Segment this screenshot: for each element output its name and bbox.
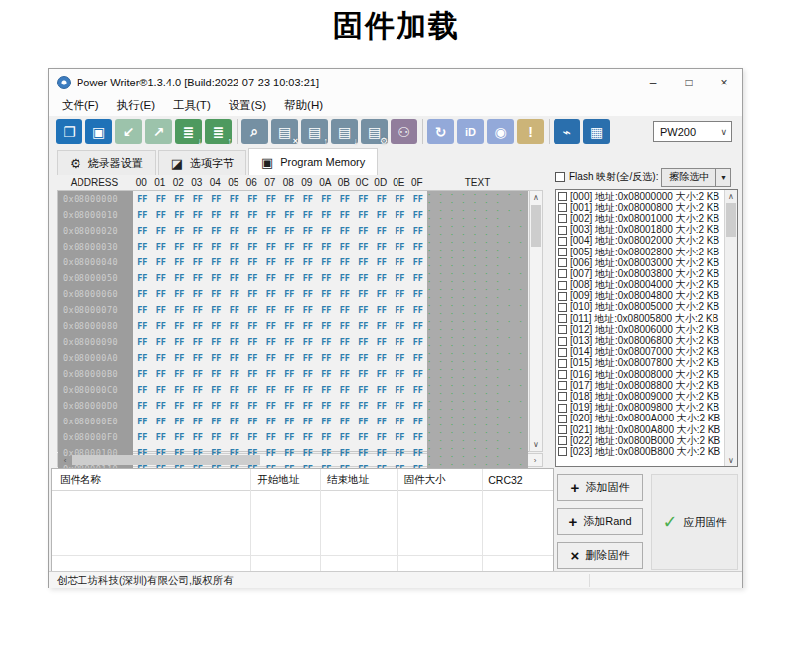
read-chip-button[interactable]: ▤↓ [331, 119, 358, 144]
hex-byte-cell[interactable]: FF [170, 273, 189, 283]
hex-byte-cell[interactable]: FF [391, 242, 409, 252]
hex-byte-cell[interactable]: FF [354, 369, 373, 379]
flash-sector-checkbox[interactable] [558, 337, 567, 346]
scroll-up-icon[interactable]: ∧ [530, 191, 542, 204]
hex-byte-cell[interactable]: FF [226, 305, 244, 315]
hex-byte-cell[interactable]: FF [189, 257, 208, 267]
scroll-right-icon[interactable]: › [528, 454, 542, 466]
tab-programmer-settings[interactable]: ⚙烧录器设置 [57, 150, 156, 175]
hex-byte-cell[interactable]: FF [189, 321, 208, 331]
hex-byte-cell[interactable]: FF [373, 242, 392, 252]
hex-byte-cell[interactable]: FF [373, 321, 392, 331]
hex-byte-cell[interactable]: FF [299, 226, 318, 236]
hex-byte-cell[interactable]: FF [207, 305, 226, 315]
hex-byte-cell[interactable]: FF [354, 273, 373, 283]
hex-byte-cell[interactable]: FF [189, 401, 208, 411]
hex-byte-cell[interactable]: FF [354, 337, 373, 347]
hex-byte-cell[interactable]: FF [299, 401, 318, 411]
hex-byte-cell[interactable]: FF [243, 289, 262, 299]
hex-byte-cell[interactable]: FF [317, 337, 336, 347]
hex-byte-cell[interactable]: FF [243, 273, 262, 283]
hex-byte-cell[interactable]: FF [354, 353, 373, 363]
hex-byte-cell[interactable]: FF [262, 273, 281, 283]
search-button[interactable]: ⌕ [241, 119, 268, 144]
hex-byte-cell[interactable]: FF [280, 417, 299, 426]
hex-byte-cell[interactable]: FF [336, 432, 355, 442]
hex-byte-cell[interactable]: FF [243, 401, 262, 411]
hex-byte-cell[interactable]: FF [317, 273, 336, 283]
hex-byte-cell[interactable]: FF [373, 226, 392, 236]
hex-byte-cell[interactable]: FF [170, 321, 189, 331]
hex-byte-cell[interactable]: FF [409, 321, 428, 331]
hex-byte-cell[interactable]: FF [409, 226, 428, 236]
hex-byte-cell[interactable]: FF [409, 417, 428, 426]
hex-byte-cell[interactable]: FF [152, 257, 171, 267]
hex-text-cell[interactable]: · · · · · · · · · · · · · · · · [427, 207, 528, 223]
hex-byte-cell[interactable]: FF [409, 432, 428, 442]
hex-text-cell[interactable]: · · · · · · · · · · · · · · · · [427, 270, 528, 286]
hex-text-cell[interactable]: · · · · · · · · · · · · · · · · [427, 445, 528, 461]
flash-sector-checkbox[interactable] [558, 269, 567, 278]
hex-byte-cell[interactable]: FF [280, 337, 299, 347]
hex-byte-cell[interactable]: FF [354, 242, 373, 252]
hex-byte-cell[interactable]: FF [133, 417, 152, 426]
hex-byte-cell[interactable]: FF [243, 417, 262, 426]
hex-byte-cell[interactable]: FF [152, 194, 171, 204]
scroll-left-icon[interactable]: ‹ [58, 454, 72, 466]
hex-byte-cell[interactable]: FF [317, 226, 336, 236]
hex-byte-cell[interactable]: FF [373, 369, 392, 379]
hex-byte-cell[interactable]: FF [317, 194, 336, 204]
tab-program-memory[interactable]: ▣Program Memory [248, 148, 378, 175]
hex-byte-cell[interactable]: FF [373, 257, 392, 267]
hex-byte-cell[interactable]: FF [280, 321, 299, 331]
hex-byte-cell[interactable]: FF [189, 194, 208, 204]
hex-byte-cell[interactable]: FF [262, 417, 281, 426]
flash-sector-checkbox[interactable] [558, 192, 567, 201]
hex-byte-cell[interactable]: FF [152, 321, 171, 331]
hex-byte-cell[interactable]: FF [317, 417, 336, 426]
hex-byte-cell[interactable]: FF [280, 369, 299, 379]
hex-byte-cell[interactable]: FF [170, 337, 189, 347]
hex-byte-cell[interactable]: FF [280, 385, 299, 395]
hex-byte-cell[interactable]: FF [280, 353, 299, 363]
hex-text-cell[interactable]: · · · · · · · · · · · · · · · · [427, 350, 528, 366]
hex-byte-cell[interactable]: FF [280, 210, 299, 220]
flash-sector-checkbox[interactable] [558, 248, 567, 256]
hex-byte-cell[interactable]: FF [391, 417, 409, 426]
save-file-button[interactable]: ▣ [85, 119, 112, 144]
hex-byte-cell[interactable]: FF [152, 289, 171, 299]
hex-byte-cell[interactable]: FF [152, 385, 171, 395]
hex-byte-cell[interactable]: FF [189, 226, 208, 236]
hex-byte-cell[interactable]: FF [373, 305, 392, 315]
hex-byte-cell[interactable]: FF [243, 353, 262, 363]
verify-chip-button[interactable]: ▤⚙ [361, 119, 388, 144]
hex-byte-cell[interactable]: FF [373, 273, 392, 283]
hex-byte-cell[interactable]: FF [373, 432, 392, 442]
hex-byte-cell[interactable]: FF [152, 353, 171, 363]
hex-byte-cell[interactable]: FF [170, 289, 189, 299]
hex-vertical-scrollbar[interactable]: ∧ ∨ [529, 190, 543, 452]
hex-text-cell[interactable]: · · · · · · · · · · · · · · · · [427, 366, 528, 382]
hex-byte-cell[interactable]: FF [280, 257, 299, 267]
hex-text-cell[interactable]: · · · · · · · · · · · · · · · · [427, 429, 528, 445]
hex-byte-cell[interactable]: FF [391, 369, 409, 379]
hex-byte-cell[interactable]: FF [189, 353, 208, 363]
hex-byte-cell[interactable]: FF [170, 210, 189, 220]
vertical-scroll-thumb[interactable] [726, 203, 736, 237]
hex-byte-cell[interactable]: FF [409, 448, 428, 458]
hex-byte-cell[interactable]: FF [373, 210, 392, 220]
hex-byte-cell[interactable]: FF [354, 289, 373, 299]
hex-byte-cell[interactable]: FF [189, 337, 208, 347]
hex-byte-cell[interactable]: FF [299, 305, 318, 315]
flash-sector-checkbox[interactable] [558, 214, 567, 223]
flash-sector-checkbox[interactable] [558, 370, 567, 379]
hex-byte-cell[interactable]: FF [317, 242, 336, 252]
hex-text-cell[interactable]: · · · · · · · · · · · · · · · · [427, 286, 528, 302]
hex-byte-cell[interactable]: FF [262, 401, 281, 411]
hex-byte-cell[interactable]: FF [354, 385, 373, 395]
hex-byte-cell[interactable]: FF [170, 417, 189, 426]
hex-byte-cell[interactable]: FF [133, 305, 152, 315]
flash-sector-checkbox[interactable] [558, 203, 567, 212]
write-chip-button[interactable]: ▤↑ [301, 119, 328, 144]
hex-byte-cell[interactable]: FF [336, 321, 355, 331]
